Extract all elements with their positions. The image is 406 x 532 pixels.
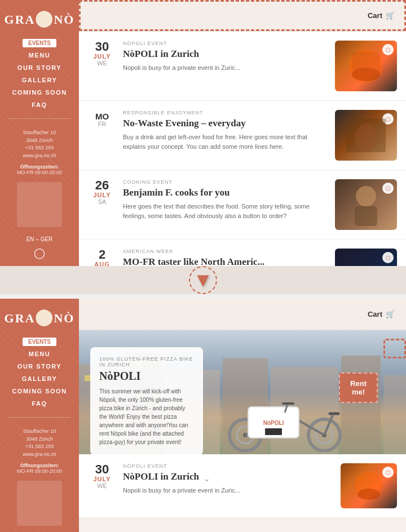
sidebar-hours: MO-FR 09:00-20:00 bbox=[17, 170, 62, 175]
logo-2: GRA⬤NÒ bbox=[5, 308, 75, 326]
event-desc-2: Buy a drink and get left-over food for f… bbox=[123, 132, 328, 151]
screen-2: GRA⬤NÒ EVENTS MENU OUR STORY GALLERY COM… bbox=[0, 299, 406, 532]
sidebar-2: GRA⬤NÒ EVENTS MENU OUR STORY GALLERY COM… bbox=[0, 299, 79, 532]
sidebar-hours-label: Öffnungszeiten: bbox=[20, 164, 59, 170]
bottom-event-title-row: NòPOLI in Zurich ⌄ bbox=[123, 471, 334, 486]
sidebar-qr-box bbox=[17, 182, 62, 227]
sidebar-hours-label-2: Öffnungszeiten: bbox=[20, 463, 59, 468]
event-date-1: 30 JULY WE bbox=[88, 41, 116, 66]
svg-point-34 bbox=[358, 489, 380, 500]
events-list: 30 JULY WE NòPOLI Event NòPOLI in Zurich… bbox=[79, 32, 406, 266]
event-month-3: JULY bbox=[88, 192, 116, 198]
rent-button[interactable]: Rent me! bbox=[339, 373, 378, 403]
event-date-4: 2 AUG MO bbox=[88, 249, 116, 266]
bottom-event-date: 30 JULY WE bbox=[88, 463, 116, 489]
hero-title: NòPOLI bbox=[99, 370, 194, 383]
nav-coming-soon-2[interactable]: COMING SOON bbox=[12, 388, 67, 394]
arrow-circle bbox=[189, 266, 217, 294]
sidebar-qr-box-2 bbox=[17, 481, 62, 526]
nav-our-story-2[interactable]: OUR STORY bbox=[17, 363, 61, 370]
sidebar-address-2: Stauffacher 103048 Zürich+31 583 293www.… bbox=[23, 428, 56, 458]
event-date-2: MO FR bbox=[88, 110, 116, 127]
nav-gallery[interactable]: GALLERY bbox=[22, 77, 58, 83]
sidebar-lang[interactable]: EN – GER bbox=[27, 236, 53, 242]
event-day-4: 2 bbox=[88, 249, 116, 261]
event-card-2[interactable]: MO FR RESPONSIBLE ENJOYMENT No-Waste Eve… bbox=[79, 101, 406, 170]
event-image-1: ⬡ bbox=[335, 41, 397, 91]
svg-point-4 bbox=[355, 124, 377, 152]
event-tag-4: AMERICAN WEEK bbox=[123, 249, 328, 254]
nav-divider bbox=[8, 118, 71, 119]
event-month-4: AUG bbox=[88, 261, 116, 266]
nav-menu[interactable]: MENU bbox=[29, 52, 50, 59]
cart-icon: 🛒 bbox=[386, 11, 395, 20]
event-image-svg-3 bbox=[335, 179, 397, 230]
svg-rect-13 bbox=[383, 375, 406, 454]
hero-subtitle: 100% gluten-free pizza bike in Zurich bbox=[99, 356, 194, 367]
cart-button[interactable]: Cart 🛒 bbox=[368, 11, 395, 20]
bottom-event-weekday: WE bbox=[88, 482, 116, 489]
event-image-2: ⬡ bbox=[335, 110, 397, 161]
bottom-event-day: 30 bbox=[88, 463, 116, 476]
sidebar: GRA⬤NÒ EVENTS MENU OUR STORY GALLERY COM… bbox=[0, 0, 79, 266]
hero-desc: This summer we will kick-off with Nòpoli… bbox=[99, 387, 194, 446]
header-bar-2: Cart 🛒 bbox=[79, 299, 406, 330]
svg-rect-28 bbox=[265, 428, 282, 435]
main-content-1: Cart 🛒 30 JULY WE NòPOLI Event NòPOLI in… bbox=[79, 0, 406, 266]
event-card-3[interactable]: 26 JULY SA COOKING EVENT Benjamin F. coo… bbox=[79, 170, 406, 240]
event-details-1: NòPOLI Event NòPOLI in Zurich Nopoli is … bbox=[123, 41, 328, 73]
event-desc-3: Here goes the text that describes the fo… bbox=[123, 202, 328, 220]
event-image-4: ⬡ bbox=[335, 249, 397, 266]
event-image-3: ⬡ bbox=[335, 179, 397, 230]
cart-label: Cart bbox=[368, 11, 382, 20]
bottom-event-details: NòPOLI Event NòPOLI in Zurich ⌄ Nopoli i… bbox=[123, 463, 334, 495]
event-card-1[interactable]: 30 JULY WE NòPOLI Event NòPOLI in Zurich… bbox=[79, 32, 406, 101]
nav-events-badge[interactable]: EVENTS bbox=[23, 39, 56, 47]
event-title-1: NòPOLI in Zurich bbox=[123, 48, 328, 60]
event-weekday-3: SA bbox=[88, 198, 116, 205]
event-card-4[interactable]: 2 AUG MO AMERICAN WEEK MO-FR taster like… bbox=[79, 240, 406, 266]
event-details-4: AMERICAN WEEK MO-FR taster like North Am… bbox=[123, 249, 328, 266]
header-annotation bbox=[79, 0, 406, 31]
chevron-down-icon[interactable]: ⌄ bbox=[204, 474, 210, 483]
nav-menu-2[interactable]: MENU bbox=[29, 351, 50, 357]
nav-divider-2 bbox=[8, 417, 71, 418]
nav-gallery-2[interactable]: GALLERY bbox=[22, 375, 58, 382]
event-month-1: JULY bbox=[88, 53, 116, 60]
event-title-4: MO-FR taster like North Americ... bbox=[123, 256, 328, 266]
nav-faq-2[interactable]: FAQ bbox=[32, 400, 47, 407]
event-tag-3: COOKING EVENT bbox=[123, 179, 328, 185]
event-image-svg-1 bbox=[335, 41, 397, 91]
nav-coming-soon[interactable]: COMING SOON bbox=[12, 89, 67, 96]
logo: GRA⬤NÒ bbox=[5, 9, 75, 28]
event-day-3: 26 bbox=[88, 179, 116, 192]
nav-our-story[interactable]: OUR STORY bbox=[17, 64, 61, 71]
hero-card: 100% gluten-free pizza bike in Zurich Nò… bbox=[90, 347, 203, 454]
event-weekday-1: WE bbox=[88, 60, 116, 66]
bottom-event-image: ⬡ bbox=[341, 463, 397, 508]
pizza-bike-area: NòPOLI bbox=[214, 390, 355, 454]
bottom-event-card[interactable]: 30 JULY WE NòPOLI Event NòPOLI in Zurich… bbox=[79, 454, 406, 518]
event-desc-1: Nopoli is busy for a private event in Zu… bbox=[123, 63, 328, 73]
nav-events-badge-2[interactable]: EVENTS bbox=[23, 338, 56, 346]
nav-faq[interactable]: FAQ bbox=[32, 101, 47, 108]
bookmark-icon-4[interactable]: ⬡ bbox=[382, 252, 394, 263]
event-tag-2: RESPONSIBLE ENJOYMENT bbox=[123, 110, 328, 116]
event-details-3: COOKING EVENT Benjamin F. cooks for you … bbox=[123, 179, 328, 220]
bottom-event-month: JULY bbox=[88, 476, 116, 482]
event-day-2: MO bbox=[88, 110, 116, 121]
header-bar: Cart 🛒 bbox=[79, 0, 406, 32]
cart-label-2: Cart bbox=[368, 310, 382, 318]
between-screens: ▼ bbox=[0, 266, 406, 294]
event-date-3: 26 JULY SA bbox=[88, 179, 116, 205]
event-image-svg-2 bbox=[335, 110, 397, 161]
event-tag-1: NòPOLI Event bbox=[123, 41, 328, 46]
bottom-event-title: NòPOLI in Zurich bbox=[123, 471, 199, 482]
screen-1: GRA⬤NÒ EVENTS MENU OUR STORY GALLERY COM… bbox=[0, 0, 406, 266]
bottom-event-image-svg bbox=[341, 463, 397, 508]
instagram-icon[interactable]: ◯ bbox=[34, 247, 45, 259]
event-details-2: RESPONSIBLE ENJOYMENT No-Waste Evening –… bbox=[123, 110, 328, 151]
bottom-event-desc: Nopoli is busy for a private event in Zu… bbox=[123, 486, 334, 495]
cart-button-2[interactable]: Cart 🛒 bbox=[368, 310, 395, 318]
event-title-2: No-Waste Evening – everyday bbox=[123, 118, 328, 129]
